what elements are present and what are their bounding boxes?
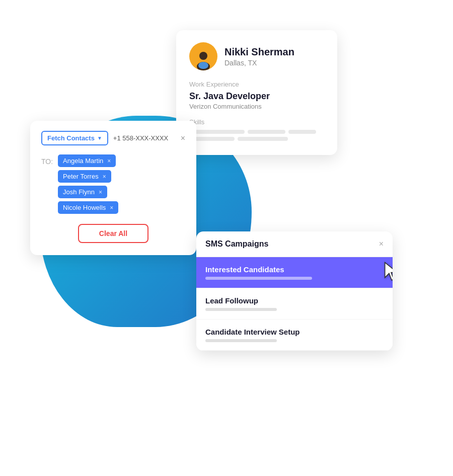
remove-tag-icon[interactable]: × [103, 173, 106, 180]
sms-item-candidate-interview-setup[interactable]: Candidate Interview Setup [196, 320, 393, 351]
clear-all-button[interactable]: Clear All [78, 224, 148, 243]
profile-location: Dallas, TX [224, 59, 294, 67]
dropdown-arrow-icon: ▼ [97, 135, 102, 141]
sms-campaigns-title: SMS Campaigns [205, 240, 268, 249]
sms-header: SMS Campaigns × [196, 231, 393, 257]
sms-item-lead-followup[interactable]: Lead Followup [196, 288, 393, 320]
sms-item-bar [205, 308, 277, 311]
contacts-header: Fetch Contacts ▼ +1 558-XXX-XXXX × [41, 131, 185, 145]
tag-nicole-howells: Nicole Howells × [58, 201, 118, 214]
contacts-card: Fetch Contacts ▼ +1 558-XXX-XXXX × TO: A… [30, 121, 196, 255]
to-label: TO: [41, 157, 53, 166]
profile-header: Nikki Sherman Dallas, TX [189, 42, 324, 70]
skill-bar [189, 130, 245, 134]
skill-bars [189, 130, 324, 141]
profile-card: Nikki Sherman Dallas, TX Work Experience… [176, 30, 337, 155]
sms-item-bar [205, 277, 312, 280]
sms-item-label: Interested Candidates [205, 265, 384, 274]
tag-angela-martin: Angela Martin × [58, 154, 116, 167]
fetch-contacts-button[interactable]: Fetch Contacts ▼ [41, 131, 108, 145]
work-experience-label: Work Experience [189, 81, 324, 88]
skills-label: Skills [189, 118, 324, 126]
company-name: Verizon Communications [189, 103, 324, 110]
sms-item-wrapper-1: Interested Candidates [196, 257, 393, 288]
sms-item-interested-candidates[interactable]: Interested Candidates [196, 257, 393, 288]
sms-item-bar [205, 339, 277, 342]
avatar [189, 42, 217, 70]
tag-label: Angela Martin [63, 157, 103, 165]
svg-point-1 [199, 52, 207, 60]
tag-label: Peter Torres [63, 173, 99, 180]
fetch-contacts-label: Fetch Contacts [47, 134, 95, 142]
skill-bar-row-2 [189, 137, 324, 141]
job-title: Sr. Java Developer [189, 91, 324, 102]
remove-tag-icon[interactable]: × [110, 204, 113, 211]
sms-item-label: Candidate Interview Setup [205, 328, 384, 336]
skill-bar [238, 137, 288, 141]
close-button[interactable]: × [181, 134, 185, 143]
tag-josh-flynn: Josh Flynn × [58, 186, 107, 198]
tag-label: Nicole Howells [63, 204, 106, 211]
tags-area: Angela Martin × Peter Torres × Josh Flyn… [58, 154, 185, 214]
to-row: TO: Angela Martin × Peter Torres × Josh … [41, 154, 185, 214]
sms-close-button[interactable]: × [379, 240, 384, 249]
sms-campaigns-card: SMS Campaigns × Interested Candidates Le… [196, 231, 393, 351]
svg-point-3 [198, 62, 208, 69]
remove-tag-icon[interactable]: × [99, 189, 102, 196]
tag-label: Josh Flynn [63, 188, 95, 196]
skill-bar [248, 130, 285, 134]
tag-peter-torres: Peter Torres × [58, 170, 111, 183]
sms-item-label: Lead Followup [205, 296, 384, 305]
phone-number: +1 558-XXX-XXXX [113, 134, 176, 142]
profile-info: Nikki Sherman Dallas, TX [224, 46, 294, 67]
skill-bar-row-1 [189, 130, 324, 134]
profile-name: Nikki Sherman [224, 46, 294, 58]
remove-tag-icon[interactable]: × [107, 157, 111, 165]
skill-bar [288, 130, 316, 134]
